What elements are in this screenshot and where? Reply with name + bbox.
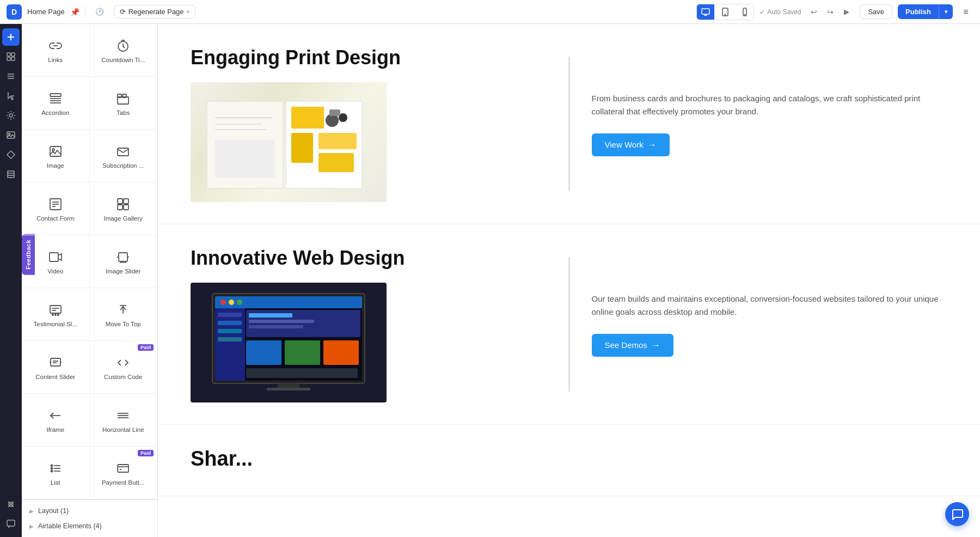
svg-rect-44 (124, 205, 128, 210)
app-logo: D (7, 4, 22, 20)
menu-button[interactable]: ≡ (958, 4, 973, 20)
icon-bar-add[interactable] (2, 28, 20, 46)
layout-panel-item[interactable]: ▶ Layout (1) (22, 503, 157, 518)
mobile-device-button[interactable] (736, 4, 754, 20)
widget-subscription[interactable]: Subscription ... (90, 130, 158, 182)
view-work-arrow-icon: → (648, 140, 657, 150)
web-design-svg (201, 288, 376, 397)
svg-rect-105 (246, 368, 358, 378)
tabs-label: Tabs (117, 109, 130, 117)
icon-bar-cursor[interactable] (2, 87, 20, 105)
widget-testimonial-slider[interactable]: Testimonial Sl... (22, 288, 90, 341)
print-design-right: From business cards and brochures to pac… (592, 46, 948, 202)
svg-rect-60 (51, 358, 60, 366)
widget-links[interactable]: Links (22, 24, 90, 77)
widget-horizontal-line[interactable]: Horizontal Line (90, 394, 158, 447)
image-icon (48, 144, 63, 158)
video-label: Video (47, 267, 63, 276)
subscription-icon (116, 144, 130, 158)
canvas-inner: Engaging Print Design (158, 24, 980, 537)
icon-bar (0, 24, 22, 537)
widget-image[interactable]: Image (22, 130, 90, 182)
view-work-button[interactable]: View Work → (592, 133, 670, 156)
svg-point-50 (120, 261, 121, 263)
print-design-title: Engaging Print Design (191, 46, 547, 69)
layout-label: Layout (1) (38, 507, 69, 515)
icon-bar-chat[interactable] (2, 515, 20, 533)
content-slider-icon (48, 356, 63, 370)
svg-rect-34 (50, 147, 61, 156)
airtable-panel-item[interactable]: ▶ Airtable Elements (4) (22, 518, 157, 534)
image-gallery-icon (116, 197, 130, 211)
undo-button[interactable]: ↩ (806, 4, 822, 20)
widget-video[interactable]: Video (22, 235, 90, 288)
preview-button[interactable]: ▶ (839, 4, 854, 20)
pin-icon[interactable]: 📌 (70, 8, 79, 16)
widget-countdown[interactable]: Countdown Ti... (90, 24, 158, 77)
svg-rect-100 (249, 320, 314, 323)
image-slider-label: Image Slider (106, 267, 141, 276)
svg-rect-75 (118, 465, 128, 472)
widget-custom-code[interactable]: Paid Custom Code (90, 341, 158, 394)
svg-rect-46 (119, 253, 127, 261)
tabs-icon (116, 91, 130, 106)
topbar: D Home Page 📌 🕐 ⟳ Regenerate Page ▾ ✓ Au… (0, 0, 980, 24)
widget-accordion[interactable]: Accordion (22, 77, 90, 130)
svg-point-95 (229, 300, 234, 305)
bottom-panel: ▶ Layout (1) ▶ Airtable Elements (4) (22, 499, 157, 537)
svg-point-4 (725, 14, 726, 15)
widget-tabs[interactable]: Tabs (90, 77, 158, 130)
page-name: Home Page (27, 8, 65, 16)
history-button[interactable]: 🕐 (91, 5, 108, 18)
publish-dropdown-arrow[interactable]: ▾ (939, 5, 953, 18)
icon-bar-diamond[interactable] (2, 146, 20, 163)
tablet-device-button[interactable] (716, 4, 734, 20)
see-demos-button[interactable]: See Demos → (592, 334, 673, 357)
widget-contact-form[interactable]: Contact Form (22, 182, 90, 235)
testimonial-slider-label: Testimonial Sl... (33, 320, 77, 328)
svg-rect-108 (218, 329, 242, 333)
widget-list[interactable]: List (22, 447, 90, 499)
icon-bar-plugin[interactable] (2, 496, 20, 513)
widget-iframe[interactable]: Iframe (22, 394, 90, 447)
airtable-label: Airtable Elements (4) (38, 522, 102, 530)
web-design-section: Innovative Web Design (158, 224, 980, 425)
svg-point-51 (125, 261, 126, 263)
widget-move-to-top[interactable]: Move To Top (90, 288, 158, 341)
widget-image-gallery[interactable]: Image Gallery (90, 182, 158, 235)
regenerate-button[interactable]: ⟳ Regenerate Page ▾ (114, 5, 195, 19)
svg-rect-101 (249, 325, 303, 328)
payment-button-paid-badge: Paid (138, 450, 154, 456)
widget-content-slider[interactable]: Content Slider (22, 341, 90, 394)
svg-rect-80 (291, 107, 324, 129)
chat-bubble[interactable] (945, 502, 969, 526)
icon-bar-grid[interactable] (2, 48, 20, 65)
svg-rect-9 (7, 53, 10, 56)
svg-point-96 (237, 300, 242, 305)
save-button[interactable]: Save (860, 4, 892, 19)
accordion-label: Accordion (41, 109, 69, 117)
publish-button[interactable]: Publish ▾ (898, 4, 953, 19)
checkmark-icon: ✓ (759, 8, 765, 16)
regen-icon: ⟳ (120, 8, 126, 16)
redo-button[interactable]: ↪ (823, 4, 838, 20)
svg-rect-23 (7, 520, 15, 526)
main-layout: Feedback Links Countdown Ti... (0, 24, 980, 537)
widget-payment-button[interactable]: Paid Payment Butt... (90, 447, 158, 499)
desktop-device-button[interactable] (697, 4, 714, 20)
svg-rect-10 (11, 53, 15, 56)
icon-bar-layers[interactable] (2, 68, 20, 85)
icon-bar-settings[interactable] (2, 107, 20, 124)
canvas-area[interactable]: Engaging Print Design (158, 24, 980, 537)
horizontal-line-icon (116, 408, 130, 423)
icon-bar-book[interactable] (2, 166, 20, 183)
svg-rect-52 (50, 306, 61, 313)
svg-point-49 (122, 261, 124, 263)
svg-rect-17 (7, 132, 15, 138)
svg-rect-12 (11, 57, 15, 60)
svg-rect-83 (318, 153, 354, 172)
widget-image-slider[interactable]: Image Slider (90, 235, 158, 288)
svg-rect-32 (118, 94, 121, 97)
svg-rect-109 (218, 337, 242, 341)
icon-bar-image[interactable] (2, 126, 20, 144)
